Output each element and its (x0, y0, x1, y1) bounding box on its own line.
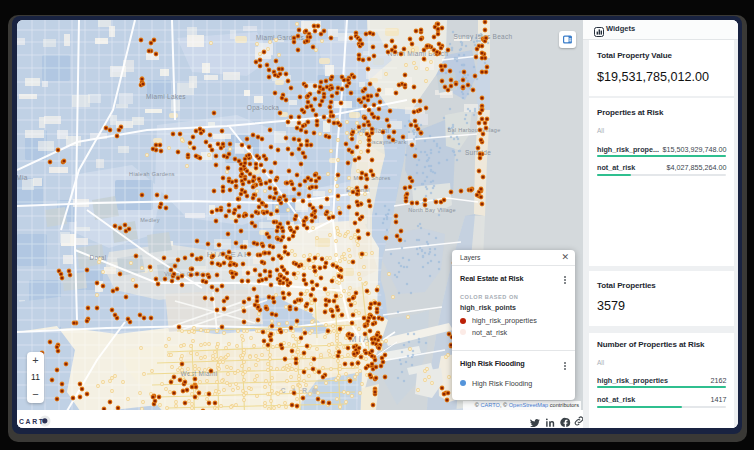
svg-text:CART: CART (19, 418, 45, 425)
svg-text:Biscayne Park: Biscayne Park (367, 139, 406, 145)
svg-text:Miami Lakes: Miami Lakes (146, 93, 186, 100)
svg-text:Opa-locka: Opa-locka (247, 104, 279, 112)
svg-text:Bal Harbour Village: Bal Harbour Village (448, 127, 501, 133)
svg-text:Hialeah Gardens: Hialeah Gardens (129, 171, 175, 177)
svg-text:Doral: Doral (89, 254, 106, 261)
svg-text:Mia: Mia (17, 174, 28, 181)
svg-text:Medley: Medley (140, 217, 160, 223)
svg-text:North Bay Village: North Bay Village (408, 207, 456, 213)
